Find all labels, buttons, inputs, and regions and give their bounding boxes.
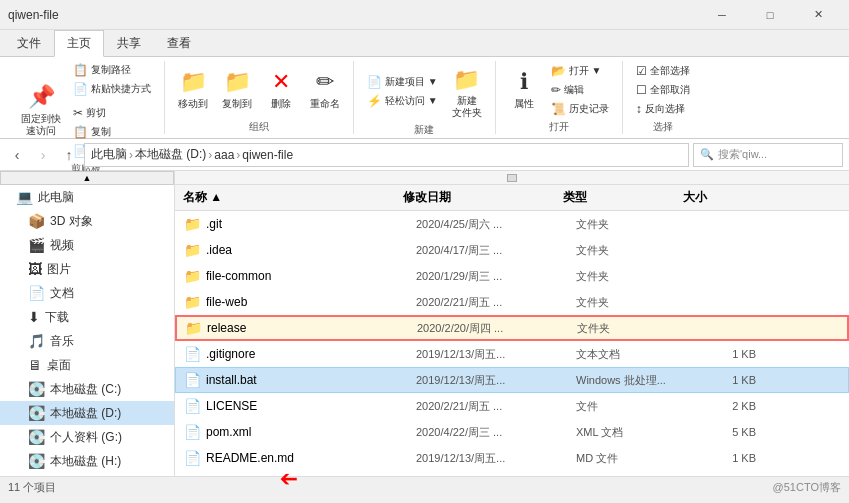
search-icon: 🔍 bbox=[700, 148, 714, 161]
invert-select-button[interactable]: ↕ 反向选择 bbox=[631, 100, 695, 118]
sidebar-item-desktop[interactable]: 🖥 桌面 bbox=[0, 353, 174, 377]
select-none-button[interactable]: ☐ 全部取消 bbox=[631, 81, 695, 99]
file-row[interactable]: 📄 .gitignore 2019/12/13/周五... 文本文档 1 KB bbox=[175, 341, 849, 367]
move-to-button[interactable]: 📁 移动到 bbox=[173, 62, 213, 118]
delete-icon: ✕ bbox=[272, 69, 290, 95]
delete-button[interactable]: ✕ 删除 bbox=[261, 62, 301, 118]
sidebar-item-music[interactable]: 🎵 音乐 bbox=[0, 329, 174, 353]
select-buttons: ☑ 全部选择 ☐ 全部取消 ↕ 反向选择 bbox=[631, 61, 695, 118]
file-row-release[interactable]: 📁 release 2020/2/20/周四 ... 文件夹 bbox=[175, 315, 849, 341]
d-drive-icon: 💽 bbox=[28, 405, 45, 421]
folder-icon: 📁 bbox=[185, 320, 202, 336]
sort-handle[interactable] bbox=[507, 174, 517, 182]
sidebar-item-h[interactable]: 💽 本地磁盘 (H:) bbox=[0, 449, 174, 473]
sidebar-item-docs[interactable]: 📄 文档 bbox=[0, 281, 174, 305]
copy-path-button[interactable]: 📋 复制路径 bbox=[68, 61, 156, 79]
new-folder-button[interactable]: 📁 新建文件夹 bbox=[447, 65, 487, 121]
ribbon-group-new: 📄 新建项目 ▼ ⚡ 轻松访问 ▼ 📁 新建文件夹 新建 bbox=[354, 61, 496, 134]
col-header-date[interactable]: 修改日期 bbox=[403, 189, 563, 206]
open-label: 打开 bbox=[549, 120, 569, 134]
properties-button[interactable]: ℹ 属性 bbox=[504, 62, 544, 118]
col-header-size[interactable]: 大小 bbox=[683, 189, 743, 206]
new-buttons: 📄 新建项目 ▼ ⚡ 轻松访问 ▼ 📁 新建文件夹 bbox=[362, 61, 487, 121]
pin-button[interactable]: 📌 固定到快速访问 bbox=[16, 83, 66, 139]
scissors-icon: ✂ bbox=[73, 106, 83, 120]
rename-button[interactable]: ✏ 重命名 bbox=[305, 62, 345, 118]
c-drive-icon: 💽 bbox=[28, 381, 45, 397]
file-icon: 📄 bbox=[184, 424, 201, 440]
history-button[interactable]: 📜 历史记录 bbox=[546, 100, 614, 118]
open-button[interactable]: 📂 打开 ▼ bbox=[546, 62, 614, 80]
select-none-icon: ☐ bbox=[636, 83, 647, 97]
search-box[interactable]: 🔍 搜索'qiw... bbox=[693, 143, 843, 167]
col-header-name[interactable]: 名称 ▲ bbox=[183, 189, 403, 206]
folder-icon: 📁 bbox=[184, 268, 201, 284]
edit-button[interactable]: ✏ 编辑 bbox=[546, 81, 614, 99]
sidebar-item-c[interactable]: 💽 本地磁盘 (C:) bbox=[0, 377, 174, 401]
sidebar-item-3d[interactable]: 📦 3D 对象 bbox=[0, 209, 174, 233]
file-row[interactable]: 📄 LICENSE 2020/2/21/周五 ... 文件 2 KB bbox=[175, 393, 849, 419]
new-item-icon: 📄 bbox=[367, 75, 382, 89]
ribbon-group-clipboard: 📌 固定到快速访问 📋 复制路径 📄 粘贴快捷方式 ✂ 剪切 📋 bbox=[8, 61, 165, 134]
sidebar-item-video[interactable]: 🎬 视频 bbox=[0, 233, 174, 257]
file-row[interactable]: 📄 pom.xml 2020/4/22/周三 ... XML 文档 5 KB bbox=[175, 419, 849, 445]
properties-icon: ℹ bbox=[520, 69, 528, 95]
copy-button[interactable]: 📋 复制 bbox=[68, 123, 156, 141]
tab-file[interactable]: 文件 bbox=[4, 30, 54, 56]
main-layout: ➔ ▲ 💻 此电脑 📦 3D 对象 🎬 视频 🖼 图片 📄 文档 ⬇ 下载 🎵 bbox=[0, 171, 849, 476]
easy-access-button[interactable]: ⚡ 轻松访问 ▼ bbox=[362, 92, 443, 110]
col-header-type[interactable]: 类型 bbox=[563, 189, 683, 206]
sidebar-item-d[interactable]: 💽 本地磁盘 (D:) bbox=[0, 401, 174, 425]
forward-button[interactable]: › bbox=[32, 144, 54, 166]
cut-button[interactable]: ✂ 剪切 bbox=[68, 104, 156, 122]
file-row[interactable]: 📄 README.md 2020/4/22/周三 ... MD 文件 5 KB bbox=[175, 471, 849, 476]
ribbon-tabs: 文件 主页 共享 查看 bbox=[0, 30, 849, 57]
sidebar-item-images[interactable]: 🖼 图片 bbox=[0, 257, 174, 281]
close-button[interactable]: ✕ bbox=[795, 0, 841, 30]
copyto-icon: 📁 bbox=[224, 69, 251, 95]
back-button[interactable]: ‹ bbox=[6, 144, 28, 166]
file-area: 名称 ▲ 修改日期 类型 大小 📁 .git 2020/4/25/周六 ... … bbox=[175, 171, 849, 476]
ribbon-group-select: ☑ 全部选择 ☐ 全部取消 ↕ 反向选择 选择 bbox=[623, 61, 703, 134]
tab-home[interactable]: 主页 bbox=[54, 30, 104, 57]
open-buttons: ℹ 属性 📂 打开 ▼ ✏ 编辑 📜 历史记录 bbox=[504, 61, 614, 118]
tab-view[interactable]: 查看 bbox=[154, 30, 204, 56]
g-drive-icon: 💽 bbox=[28, 429, 45, 445]
select-all-button[interactable]: ☑ 全部选择 bbox=[631, 62, 695, 80]
file-row[interactable]: 📁 .idea 2020/4/17/周三 ... 文件夹 bbox=[175, 237, 849, 263]
window-title: qiwen-file bbox=[8, 8, 699, 22]
address-bar: ‹ › ↑ 此电脑 › 本地磁盘 (D:) › aaa › qiwen-file… bbox=[0, 139, 849, 171]
copy-to-button[interactable]: 📁 复制到 bbox=[217, 62, 257, 118]
file-row[interactable]: 📁 file-common 2020/1/29/周三 ... 文件夹 bbox=[175, 263, 849, 289]
minimize-button[interactable]: ─ bbox=[699, 0, 745, 30]
history-icon: 📜 bbox=[551, 102, 566, 116]
move-icon: 📁 bbox=[180, 69, 207, 95]
maximize-button[interactable]: □ bbox=[747, 0, 793, 30]
file-row[interactable]: 📄 README.en.md 2019/12/13/周五... MD 文件 1 … bbox=[175, 445, 849, 471]
images-icon: 🖼 bbox=[28, 261, 42, 277]
music-icon: 🎵 bbox=[28, 333, 45, 349]
new-item-button[interactable]: 📄 新建项目 ▼ bbox=[362, 73, 443, 91]
new-folder-icon: 📁 bbox=[453, 67, 480, 93]
sidebar-item-downloads[interactable]: ⬇ 下载 bbox=[0, 305, 174, 329]
file-icon: 📄 bbox=[184, 346, 201, 362]
address-path[interactable]: 此电脑 › 本地磁盘 (D:) › aaa › qiwen-file bbox=[84, 143, 689, 167]
file-row[interactable]: 📁 file-web 2020/2/21/周五 ... 文件夹 bbox=[175, 289, 849, 315]
invert-select-icon: ↕ bbox=[636, 102, 642, 116]
rename-icon: ✏ bbox=[316, 69, 334, 95]
file-row-install-bat[interactable]: 📄 install.bat 2019/12/13/周五... Windows 批… bbox=[175, 367, 849, 393]
file-list-header: 名称 ▲ 修改日期 类型 大小 bbox=[175, 185, 849, 211]
paste-shortcut-button[interactable]: 📄 粘贴快捷方式 bbox=[68, 80, 156, 98]
up-button[interactable]: ↑ bbox=[58, 144, 80, 166]
copy-path-icon: 📋 bbox=[73, 63, 88, 77]
paste-shortcut-icon: 📄 bbox=[73, 82, 88, 96]
easy-access-icon: ⚡ bbox=[367, 94, 382, 108]
sidebar-item-thispc[interactable]: 💻 此电脑 bbox=[0, 185, 174, 209]
folder-icon: 📁 bbox=[184, 216, 201, 232]
select-all-icon: ☑ bbox=[636, 64, 647, 78]
sidebar-item-network[interactable]: 🌐 网络 bbox=[0, 473, 174, 476]
file-row[interactable]: 📁 .git 2020/4/25/周六 ... 文件夹 bbox=[175, 211, 849, 237]
sidebar-scroll-up[interactable]: ▲ bbox=[0, 171, 174, 185]
sidebar-item-g[interactable]: 💽 个人资料 (G:) bbox=[0, 425, 174, 449]
tab-share[interactable]: 共享 bbox=[104, 30, 154, 56]
